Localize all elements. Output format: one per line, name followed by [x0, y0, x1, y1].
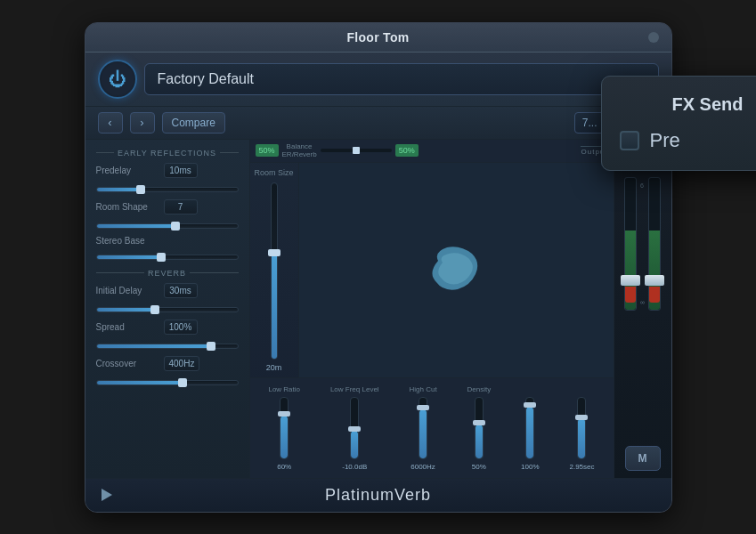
fx-send-title: FX Send [620, 94, 757, 115]
room-size-slider[interactable] [271, 182, 278, 360]
initial-delay-label: Initial Delay [96, 286, 159, 295]
play-icon [102, 489, 112, 501]
toolbar: ⏻ Factory Default ∨ [85, 53, 671, 107]
fx-send-popup: FX Send Pre [601, 76, 757, 171]
crossover-row: Crossover 400Hz [96, 356, 239, 371]
main-window: Floor Tom ⏻ Factory Default ∨ ‹ › Compar… [85, 22, 672, 513]
spread-row: Spread 100% [96, 320, 239, 335]
room-area: Room Size 20m [250, 163, 614, 377]
play-button[interactable] [98, 486, 116, 504]
room-size-col: Room Size 20m [250, 163, 299, 377]
stereo-base-row: Stereo Base [96, 236, 239, 246]
mute-button[interactable]: M [625, 446, 661, 471]
room-shape-slider[interactable] [96, 223, 239, 229]
bottom-sliders-section: Low Ratio 60% Low Freq Level [250, 377, 614, 478]
balance-slider[interactable] [321, 149, 392, 152]
density-slider[interactable] [475, 397, 484, 459]
room-shape-row: Room Shape 7 [96, 199, 239, 214]
extra1-slider[interactable] [525, 397, 534, 459]
extra2-col: 2.95sec [569, 393, 594, 471]
meter-tick-inf: ∞ [640, 299, 645, 305]
initial-delay-slider[interactable] [96, 307, 239, 312]
right-fader[interactable] [645, 275, 664, 286]
window-dot[interactable] [648, 32, 659, 43]
spread-value[interactable]: 100% [164, 320, 198, 335]
fx-pre-checkbox[interactable] [620, 131, 639, 150]
density-label: Density [467, 385, 492, 393]
predelay-label: Predelay [96, 166, 159, 175]
footer: PlatinumVerb [85, 478, 671, 512]
extra1-col: 100% [521, 393, 539, 471]
initial-delay-row: Initial Delay 30ms [96, 283, 239, 298]
high-cut-value: 6000Hz [411, 463, 435, 471]
low-freq-level-slider[interactable] [350, 397, 359, 459]
right-panel: ||||||||||||||||||||||||||| L R [614, 140, 671, 478]
power-button[interactable]: ⏻ [98, 60, 137, 99]
compare-button[interactable]: Compare [162, 112, 225, 134]
crossover-value[interactable]: 400Hz [164, 356, 200, 371]
reverb-balance-pct: 50% [395, 144, 419, 157]
low-ratio-col: Low Ratio 60% [268, 385, 300, 471]
plugin-container: Floor Tom ⏻ Factory Default ∨ ‹ › Compar… [85, 22, 672, 513]
spread-slider[interactable] [96, 344, 239, 349]
bottom-sliders-row: Low Ratio 60% Low Freq Level [257, 385, 606, 471]
spread-label: Spread [96, 322, 159, 332]
initial-delay-value[interactable]: 30ms [164, 283, 198, 298]
density-col: Density 50% [467, 385, 492, 471]
forward-button[interactable]: › [130, 112, 155, 134]
crossover-slider[interactable] [96, 380, 239, 385]
crossover-label: Crossover [96, 359, 159, 368]
predelay-value[interactable]: 10ms [164, 163, 198, 178]
high-cut-col: High Cut 6000Hz [410, 385, 437, 471]
preset-dropdown[interactable]: Factory Default ∨ [144, 63, 659, 95]
stereo-base-slider[interactable] [96, 255, 239, 260]
reverb-section-label: Reverb [96, 269, 239, 278]
title-bar: Floor Tom [85, 23, 671, 53]
high-cut-label: High Cut [410, 385, 437, 393]
extra1-value: 100% [521, 463, 539, 471]
meter-tick-6: 6 [640, 182, 645, 189]
room-shape-label: Room Shape [96, 202, 159, 212]
back-button[interactable]: ‹ [98, 112, 123, 134]
room-size-label: Room Size [254, 168, 293, 177]
power-icon: ⏻ [109, 70, 126, 88]
left-panel: Early Reflections Predelay 10ms Room Sha… [85, 140, 250, 478]
room-shape-visualization [416, 234, 496, 305]
high-cut-slider[interactable] [419, 397, 427, 459]
reverb-display [299, 163, 614, 377]
er-balance-pct: 50% [256, 144, 279, 157]
preset-name: Factory Default [158, 71, 254, 87]
low-freq-level-label: Low Freq Level [330, 385, 379, 393]
early-reflections-label: Early Reflections [96, 149, 239, 158]
left-fader[interactable] [621, 275, 640, 286]
fx-pre-row: Pre [620, 129, 757, 152]
predelay-row: Predelay 10ms [96, 163, 239, 178]
low-freq-level-col: Low Freq Level -10.0dB [330, 385, 379, 471]
low-freq-level-value: -10.0dB [342, 463, 367, 471]
room-shape-value[interactable]: 7 [164, 199, 198, 214]
low-ratio-label: Low Ratio [268, 385, 300, 393]
nav-row: ‹ › Compare 7... ⌃⌄ ∞ [85, 107, 671, 140]
plugin-body: Early Reflections Predelay 10ms Room Sha… [85, 140, 671, 478]
stereo-base-label: Stereo Base [96, 236, 159, 246]
room-size-value: 20m [266, 363, 282, 372]
predelay-slider[interactable] [96, 187, 239, 192]
fx-pre-label: Pre [650, 129, 680, 152]
low-ratio-slider[interactable] [280, 397, 289, 459]
window-title: Floor Tom [346, 30, 409, 44]
plugin-name: PlatinumVerb [325, 486, 431, 505]
er-reverb-label: BalanceER/Reverb [282, 142, 317, 159]
density-value: 50% [472, 463, 486, 471]
extra2-slider[interactable] [577, 397, 586, 459]
low-ratio-value: 60% [277, 463, 291, 471]
extra2-value: 2.95sec [569, 463, 594, 471]
middle-panel: 50% BalanceER/Reverb 50% Output Room Siz… [250, 140, 614, 478]
